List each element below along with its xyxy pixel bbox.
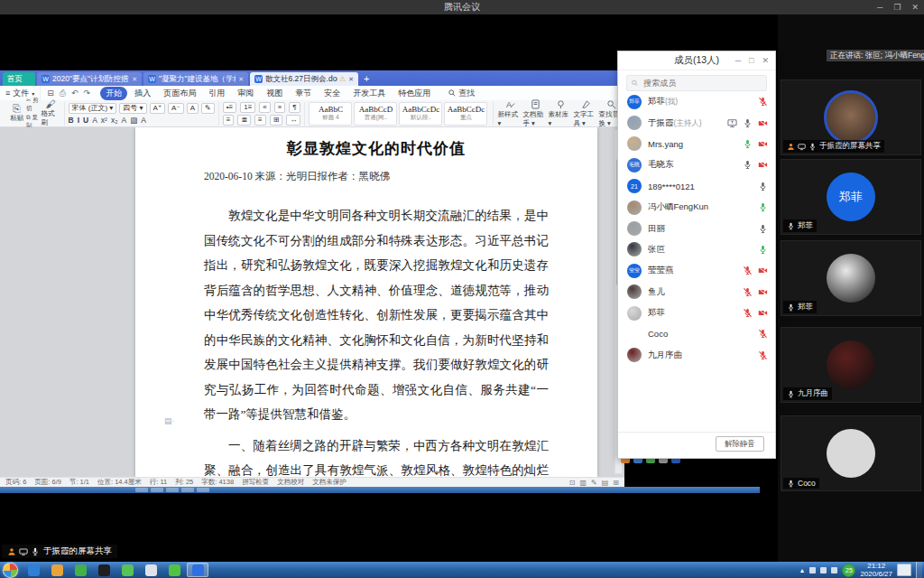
ribbon-tab-引用[interactable]: 引用 (203, 87, 230, 100)
mic-muted-icon[interactable] (743, 287, 753, 297)
minimize-icon[interactable]: ─ (877, 3, 882, 12)
save-icon[interactable]: ⊟ (47, 89, 54, 98)
tray-expand-icon[interactable]: ▲ (799, 567, 805, 573)
member-row[interactable]: Coco (618, 323, 775, 344)
screen-share-icon[interactable] (727, 118, 737, 128)
volume-icon[interactable] (809, 567, 816, 573)
paste-button[interactable]: ⎘粘贴 (7, 104, 26, 123)
highlight-button[interactable]: A (121, 116, 126, 125)
format-painter-button[interactable]: 🖌格式刷 (41, 99, 60, 127)
video-tile[interactable]: Coco (781, 415, 921, 491)
taskbar-icon-video-player[interactable] (69, 563, 91, 577)
camera-off-icon[interactable] (758, 287, 768, 297)
document-page[interactable]: 彰显敦煌文化的时代价值 2020-06-10 来源：光明日报作者：黑晓佛 敦煌文… (135, 127, 597, 477)
member-search-input[interactable] (642, 78, 762, 89)
ribbon-tab-插入[interactable]: 插入 (129, 87, 156, 100)
taskbar-icon-qq-app[interactable] (140, 563, 162, 577)
mic-muted-icon[interactable] (743, 308, 753, 318)
tab-close-icon[interactable]: ✕ (132, 76, 137, 83)
ribbon-tab-页面布局[interactable]: 页面布局 (158, 87, 201, 100)
notification-icon[interactable] (897, 564, 911, 576)
video-tile[interactable]: 九月序曲 (781, 327, 921, 403)
mic-muted-icon[interactable] (758, 329, 768, 339)
ribbon-tab-审阅[interactable]: 审阅 (232, 87, 259, 100)
italic-button[interactable]: I (78, 116, 79, 125)
align-right-button[interactable]: ≡ (254, 115, 266, 126)
justify-button[interactable]: ≣ (237, 115, 251, 126)
fullscreen-view-icon[interactable]: ⊡ (569, 479, 576, 487)
member-row[interactable]: Mrs.yang (618, 134, 775, 154)
strikethrough-button[interactable]: A (92, 116, 97, 125)
member-row[interactable]: 郑菲 (618, 303, 775, 323)
start-button[interactable] (3, 563, 18, 578)
unmute-button[interactable]: 解除静音 (716, 436, 764, 452)
mic-on-icon[interactable] (758, 182, 768, 191)
video-tile[interactable]: 郑菲 (781, 240, 921, 316)
tool-新样式[interactable]: A新样式 ▾ (497, 99, 522, 127)
font-size-select[interactable]: 四号 ▾ (119, 103, 146, 114)
ribbon-tab-开发工具[interactable]: 开发工具 (347, 87, 391, 100)
mic-on-icon[interactable] (743, 160, 753, 170)
taskbar-icon-camera-app[interactable] (93, 563, 115, 577)
show-desktop-button[interactable] (916, 562, 922, 578)
decrease-indent-button[interactable]: « (259, 102, 270, 113)
wps-document-tab-active[interactable]: W 散文社6.27日例会.docx ⚠ ✕ (250, 72, 358, 86)
page-view-icon[interactable]: ▥ (579, 479, 587, 487)
numbering-button[interactable]: 1≡ (240, 102, 255, 113)
ribbon-tab-特色应用[interactable]: 特色应用 (393, 87, 436, 100)
edit-view-icon[interactable]: ✎ (591, 479, 597, 487)
taskbar-icon-360-safety[interactable] (116, 563, 138, 577)
paragraph-mark-button[interactable]: ¶ (289, 102, 300, 113)
tool-文字工具[interactable]: 文字工具 ▾ (573, 99, 598, 128)
wps-document-tab[interactable]: W "凝聚力"建设基地（学校） ✕ (143, 72, 248, 86)
camera-off-icon[interactable] (758, 139, 768, 149)
camera-off-icon[interactable] (758, 266, 768, 275)
style-默认段..[interactable]: AaBbCcDc默认段.. (399, 102, 442, 126)
close-icon[interactable]: ✕ (911, 3, 919, 12)
maximize-icon[interactable]: □ (749, 56, 753, 65)
tool-素材库[interactable]: 素材库 ▾ (548, 99, 573, 127)
subscript-button[interactable]: x₂ (111, 116, 118, 125)
read-view-icon[interactable]: ▤ (602, 479, 609, 487)
mic-on-icon[interactable] (758, 224, 768, 234)
style-普通(网..[interactable]: AaBbCcD普通(网.. (354, 102, 397, 126)
style-重点[interactable]: AaBbCcDc重点 (444, 102, 487, 126)
cut-copy-buttons[interactable]: ✂ 剪切⧉ 复制 (26, 97, 41, 130)
maximize-icon[interactable]: ❐ (893, 3, 901, 12)
taskbar-icon-sogou-input[interactable] (46, 563, 68, 577)
tool-文档助手[interactable]: 文档助手 ▾ (522, 99, 548, 128)
member-row[interactable]: 九月序曲 (618, 345, 775, 366)
font-name-select[interactable]: 宋体 (正文) ▾ (69, 103, 117, 114)
redo-icon[interactable]: ↷ (84, 89, 91, 98)
tab-close-icon[interactable]: ✕ (238, 76, 244, 83)
underline-button[interactable]: U (83, 116, 88, 125)
ribbon-tab-安全[interactable]: 安全 (319, 87, 346, 100)
taskbar-clock[interactable]: 21:12 2020/6/27 (860, 562, 892, 578)
mic-muted-icon[interactable] (743, 266, 753, 275)
mic-active-icon[interactable] (758, 245, 768, 255)
bold-button[interactable]: B (69, 116, 74, 125)
superscript-button[interactable]: x² (101, 116, 107, 125)
member-row[interactable]: 21189****0121 (618, 176, 775, 197)
shrink-font-button[interactable]: A⁻ (168, 103, 184, 114)
member-row[interactable]: 张叵 (618, 239, 775, 260)
video-tile[interactable]: 于振霞的屏幕共享 (781, 79, 921, 155)
camera-off-icon[interactable] (758, 118, 768, 128)
web-view-icon[interactable]: ⊞ (613, 479, 619, 487)
ribbon-tab-视图[interactable]: 视图 (261, 87, 288, 100)
camera-off-icon[interactable] (758, 160, 768, 170)
wps-document-tab[interactable]: W 2020"要点"计划防控措施 ✕ (37, 72, 142, 86)
spacing-button[interactable]: ↔ (286, 115, 300, 126)
font-color-button[interactable]: A (141, 116, 146, 125)
taskbar-icon-wechat[interactable] (163, 563, 185, 577)
bullets-button[interactable]: •≡ (223, 102, 236, 113)
ribbon-tab-开始[interactable]: 开始 (100, 87, 127, 100)
member-row[interactable]: 郑菲郑菲(我) (618, 91, 775, 112)
style-标题 4[interactable]: AaBbC标题 4 (309, 102, 352, 126)
ribbon-tab-章节[interactable]: 章节 (290, 87, 317, 100)
member-row[interactable]: 毛晓毛晓东 (618, 154, 775, 175)
member-search[interactable] (626, 75, 767, 91)
print-icon[interactable]: ⎙ (60, 89, 66, 98)
360-tray-badge[interactable]: 25 (842, 564, 855, 577)
member-row[interactable]: 莹莹莹莹燕 (618, 260, 775, 281)
